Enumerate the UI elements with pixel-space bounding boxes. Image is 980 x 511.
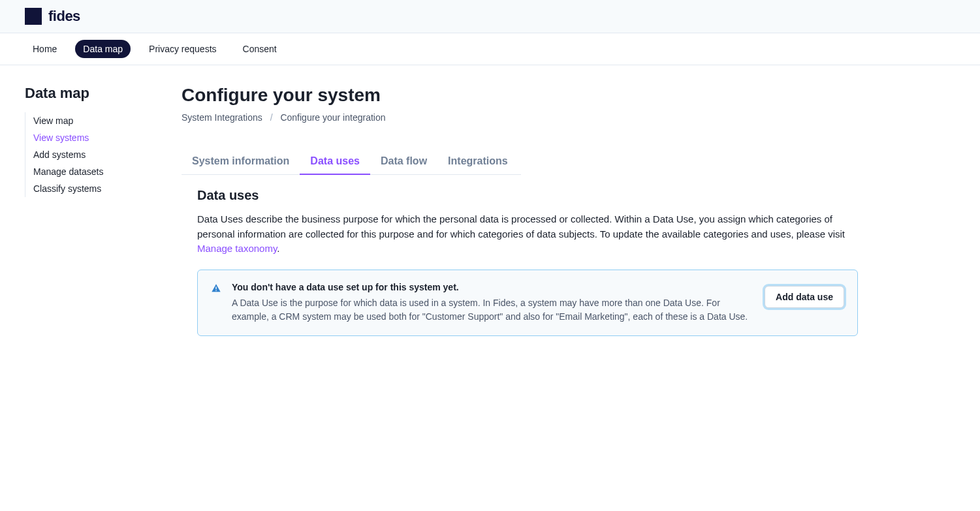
tab-system-information[interactable]: System information — [182, 149, 300, 175]
sidebar-item-manage-datasets[interactable]: Manage datasets — [33, 163, 168, 180]
nav-consent[interactable]: Consent — [235, 40, 285, 58]
section-desc-text: Data Uses describe the business purpose … — [197, 213, 845, 240]
svg-rect-0 — [215, 286, 216, 289]
alert-text: You don't have a data use set up for thi… — [232, 282, 754, 324]
alert-content: You don't have a data use set up for thi… — [232, 282, 844, 324]
tab-data-uses[interactable]: Data uses — [300, 149, 370, 175]
logo-icon — [25, 8, 42, 25]
alert-description: A Data Use is the purpose for which data… — [232, 296, 754, 324]
sidebar-item-classify-systems[interactable]: Classify systems — [33, 180, 168, 197]
sidebar: Data map View map View systems Add syste… — [0, 85, 182, 336]
logo-text: fides — [48, 8, 80, 25]
primary-nav: Home Data map Privacy requests Consent — [0, 33, 980, 65]
data-uses-section: Data uses Data Uses describe the busines… — [182, 175, 874, 336]
alert-title: You don't have a data use set up for thi… — [232, 282, 754, 292]
breadcrumb-item[interactable]: System Integrations — [182, 112, 262, 123]
sidebar-item-view-systems[interactable]: View systems — [33, 129, 168, 146]
add-data-use-button[interactable]: Add data use — [765, 286, 844, 308]
main-content: Configure your system System Integration… — [182, 85, 900, 336]
sidebar-item-view-map[interactable]: View map — [33, 112, 168, 129]
svg-rect-1 — [215, 290, 216, 290]
nav-privacy-requests[interactable]: Privacy requests — [141, 40, 224, 58]
top-bar: fides — [0, 0, 980, 33]
logo[interactable]: fides — [25, 8, 80, 25]
section-description: Data Uses describe the business purpose … — [197, 212, 858, 256]
nav-data-map[interactable]: Data map — [75, 40, 131, 58]
sidebar-item-add-systems[interactable]: Add systems — [33, 146, 168, 163]
nav-home[interactable]: Home — [25, 40, 65, 58]
sidebar-title: Data map — [25, 85, 168, 102]
sidebar-list: View map View systems Add systems Manage… — [25, 112, 168, 197]
warning-icon — [211, 283, 221, 296]
section-desc-suffix: . — [277, 243, 279, 254]
tabs: System information Data uses Data flow I… — [182, 149, 521, 175]
breadcrumb-item: Configure your integration — [280, 112, 385, 123]
section-title: Data uses — [197, 188, 858, 203]
alert-box: You don't have a data use set up for thi… — [197, 270, 858, 336]
tab-data-flow[interactable]: Data flow — [370, 149, 437, 175]
tab-integrations[interactable]: Integrations — [437, 149, 518, 175]
breadcrumb-separator: / — [270, 112, 273, 123]
page-title: Configure your system — [182, 85, 874, 106]
manage-taxonomy-link[interactable]: Manage taxonomy — [197, 243, 277, 254]
breadcrumb: System Integrations / Configure your int… — [182, 112, 874, 123]
